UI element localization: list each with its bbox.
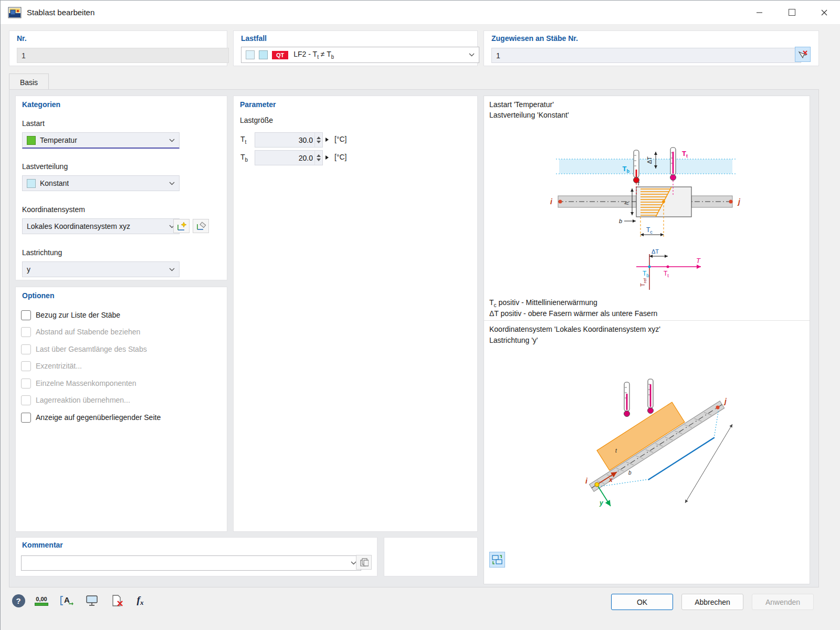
checkbox-icon (21, 361, 31, 371)
swap-views-icon (491, 554, 503, 565)
load-type-color-swatch (27, 136, 36, 145)
group-lastfall-title: Lastfall (241, 34, 267, 43)
coordinate-system-value: Lokales Koordinatensystem xyz (27, 222, 130, 230)
tt-symbol: Tt (240, 135, 246, 145)
coordinate-system-combobox[interactable]: Lokales Koordinatensystem xyz (22, 218, 180, 234)
formula-icon: fx (137, 594, 144, 607)
group-assigned-title: Zugewiesen an Stäbe Nr. (491, 34, 578, 43)
display-settings-button[interactable] (83, 592, 100, 609)
new-coordinate-system-button[interactable] (173, 219, 190, 233)
detail-arrow-icon (326, 155, 329, 160)
chevron-down-icon (169, 139, 175, 142)
tb-input[interactable] (255, 150, 323, 165)
formula-button[interactable]: fx (132, 592, 149, 609)
checkbox-label: Abstand auf Stabende beziehen (36, 328, 140, 336)
decimal-places-button[interactable]: 0,00 (33, 592, 50, 609)
rename-button[interactable]: A (58, 592, 75, 609)
preview-caption-direction: Lastrichtung 'y' (489, 336, 538, 344)
spin-up-icon (317, 136, 321, 139)
group-optionen: Optionen Bezug zur Liste der Stäbe Absta… (15, 287, 227, 532)
rename-icon: A (60, 594, 74, 607)
cross-section (636, 187, 691, 237)
group-kommentar: Kommentar (15, 537, 377, 576)
node-j-label: j (737, 197, 741, 206)
tc-label: Tc (646, 226, 653, 235)
load-number-input[interactable] (17, 48, 229, 63)
preview-note-1: Tc positiv - Mittellinienerwärmung (489, 298, 597, 308)
load-direction-combobox[interactable]: y (22, 261, 180, 277)
tt-value[interactable] (255, 133, 314, 147)
checkbox-row-massenkomponenten: Einzelne Massenkomponenten (21, 377, 136, 389)
dim-t-label: t (638, 181, 640, 186)
node-i-label: i (585, 477, 588, 485)
load-case-color-swatch-2 (259, 50, 268, 59)
tt-spinner[interactable] (314, 133, 322, 147)
copy-comment-button[interactable] (356, 555, 372, 570)
delete-load-button[interactable] (109, 592, 125, 609)
apply-button: Anwenden (752, 594, 814, 610)
preview-caption-load-type: Lastart 'Temperatur' (489, 100, 554, 109)
checkbox-icon (21, 395, 31, 405)
axis-y-label: y (599, 499, 604, 507)
load-type-label: Lastart (22, 119, 45, 128)
tt-input[interactable] (255, 132, 323, 148)
lastgroesse-label: Lastgröße (240, 116, 273, 124)
checkbox-row-bezug-liste[interactable]: Bezug zur Liste der Stäbe (21, 309, 120, 321)
tb-value[interactable] (255, 151, 314, 165)
tb-detail-button[interactable] (323, 150, 331, 164)
load-case-combobox[interactable]: QT LF2 - Tt ≠ Tb (241, 47, 479, 63)
tb-tick-label: Tb (643, 270, 649, 278)
load-case-type-badge: QT (272, 51, 288, 59)
load-direction-value: y (27, 265, 30, 274)
load-distribution-label: Lastverteilung (22, 162, 68, 171)
checkbox-icon (21, 379, 31, 388)
checkbox-label: Anzeige auf gegenüberliegender Seite (36, 413, 161, 422)
node-i-label: i (550, 197, 553, 206)
preview-note-2: ΔT positiv - obere Fasern wärmer als unt… (489, 309, 657, 318)
preview-caption-distribution: Lastverteilung 'Konstant' (489, 111, 569, 119)
checkbox-row-gegenueberliegend[interactable]: Anzeige auf gegenüberliegender Seite (21, 412, 161, 423)
delta-t-top-label: ΔT (646, 156, 653, 164)
pick-cursor-icon (798, 50, 808, 59)
thermometer-icon (648, 379, 654, 414)
slab-band (559, 159, 732, 174)
new-coordinate-system-icon (176, 222, 187, 231)
load-case-color-swatch-1 (246, 50, 255, 59)
dim-h-label: h (623, 202, 629, 205)
checkbox-row-gesamtlaenge: Last über Gesamtlänge des Stabs (21, 343, 147, 355)
checkbox-row-abstand-stabende: Abstand auf Stabende beziehen (21, 326, 140, 338)
group-assigned-members: Zugewiesen an Stäbe Nr. (484, 30, 819, 66)
load-distribution-value: Konstant (40, 179, 69, 187)
maximize-button[interactable] (775, 1, 808, 24)
comment-combobox[interactable] (21, 555, 361, 571)
cancel-button[interactable]: Abbrechen (681, 594, 743, 610)
load-type-combobox[interactable]: Temperatur (22, 132, 180, 149)
detail-arrow-icon (326, 138, 329, 142)
checkbox-label: Last über Gesamtlänge des Stabs (36, 345, 147, 353)
group-kategorien: Kategorien Lastart Temperatur Lastvertei… (15, 96, 227, 280)
checkbox-label: Einzelne Massenkomponenten (36, 379, 136, 387)
close-button[interactable] (808, 1, 840, 24)
preview-divider (484, 320, 810, 321)
chevron-down-icon (169, 268, 175, 271)
tt-tick-label: Tt (664, 270, 669, 278)
minimize-button[interactable] (743, 1, 775, 24)
toggle-preview-button[interactable] (489, 552, 505, 568)
thermometer-icon (624, 382, 630, 417)
load-distribution-combobox[interactable]: Konstant (22, 175, 180, 191)
edit-coordinate-system-button[interactable] (193, 219, 209, 233)
comment-input[interactable] (26, 559, 351, 568)
tab-basis[interactable]: Basis (9, 74, 49, 90)
tb-unit: [°C] (334, 153, 347, 161)
checkbox-label: Lagerreaktion übernehmen... (36, 396, 130, 404)
assigned-members-input[interactable] (491, 48, 801, 63)
dim-b-label: b (628, 470, 632, 476)
preview-caption-coordinate-system: Koordinatensystem 'Lokales Koordinatensy… (489, 325, 660, 333)
help-button[interactable]: ? (10, 592, 27, 609)
spin-down-icon (317, 141, 321, 143)
ok-button[interactable]: OK (611, 594, 673, 610)
pick-members-button[interactable] (795, 47, 811, 62)
tb-spinner[interactable] (314, 151, 322, 165)
chevron-down-icon (469, 53, 475, 57)
tt-detail-button[interactable] (323, 132, 331, 146)
